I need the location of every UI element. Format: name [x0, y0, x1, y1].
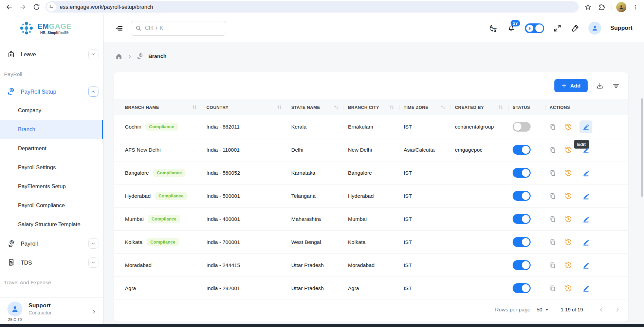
- browser-forward-icon[interactable]: [18, 3, 27, 12]
- edit-icon[interactable]: [579, 213, 592, 226]
- status-toggle[interactable]: [513, 191, 531, 201]
- copy-icon[interactable]: [548, 192, 557, 200]
- history-icon[interactable]: [564, 261, 573, 270]
- copy-icon[interactable]: [548, 238, 557, 247]
- compliance-badge: Compliance: [155, 192, 187, 200]
- site-info-icon[interactable]: [47, 2, 56, 12]
- column-header-branch-name[interactable]: BRANCH NAME: [125, 99, 202, 115]
- status-toggle[interactable]: [513, 122, 531, 132]
- copy-icon[interactable]: [548, 261, 557, 270]
- rows-per-page-select[interactable]: 50: [536, 307, 548, 313]
- copy-icon[interactable]: [548, 146, 557, 154]
- copy-icon[interactable]: [548, 215, 557, 224]
- state-cell: West Bengal: [287, 239, 344, 245]
- language-translate-icon[interactable]: A a: [489, 24, 498, 33]
- sidebar-item-payelements-setup[interactable]: PayElements Setup: [0, 177, 103, 196]
- history-icon[interactable]: [564, 238, 573, 247]
- column-header-country[interactable]: COUNTRY: [202, 99, 287, 115]
- sidebar-item-payroll[interactable]: $Payroll: [0, 234, 103, 253]
- chevron-down-icon[interactable]: [88, 257, 98, 268]
- history-icon[interactable]: [564, 215, 573, 224]
- header-user-avatar[interactable]: [588, 22, 601, 35]
- theme-brush-icon[interactable]: [571, 24, 579, 33]
- global-search[interactable]: [131, 21, 226, 36]
- chevron-down-icon[interactable]: [88, 49, 98, 59]
- sidebar-item-label: TDS: [21, 259, 83, 266]
- edit-icon[interactable]: [579, 282, 592, 295]
- column-label: CREATED BY: [455, 105, 484, 110]
- browser-menu-icon[interactable]: [631, 3, 640, 12]
- home-icon[interactable]: [115, 53, 123, 60]
- search-input[interactable]: [145, 25, 221, 31]
- sort-icon[interactable]: [277, 104, 282, 110]
- country-cell: India - 700001: [202, 239, 287, 245]
- copy-icon[interactable]: [548, 122, 557, 131]
- compliance-badge: Compliance: [148, 215, 180, 223]
- edit-icon[interactable]: [579, 259, 592, 272]
- copy-icon[interactable]: [548, 284, 557, 293]
- sidebar-item-branch[interactable]: Branch: [0, 120, 103, 139]
- browser-reload-icon[interactable]: [32, 3, 41, 12]
- status-toggle[interactable]: [513, 168, 531, 178]
- vertical-scrollbar[interactable]: [641, 98, 643, 197]
- status-toggle[interactable]: [513, 237, 531, 247]
- edit-icon[interactable]: [579, 120, 592, 133]
- sort-icon[interactable]: [440, 104, 446, 110]
- city-cell: Mumbai: [344, 216, 399, 222]
- bookmark-star-icon[interactable]: [584, 3, 592, 12]
- status-toggle[interactable]: [513, 145, 531, 155]
- history-icon[interactable]: [564, 146, 573, 154]
- edit-icon[interactable]: [579, 167, 592, 179]
- history-icon[interactable]: [564, 284, 573, 293]
- toggle-knob: [522, 192, 530, 200]
- browser-back-icon[interactable]: [5, 3, 14, 12]
- browser-profile-avatar[interactable]: [616, 2, 626, 12]
- payroll-setup-icon: $: [7, 87, 16, 96]
- page-next-icon[interactable]: [614, 306, 621, 313]
- download-icon[interactable]: [596, 82, 604, 90]
- page-previous-icon[interactable]: [598, 306, 605, 313]
- status-toggle[interactable]: [513, 283, 531, 293]
- sidebar-item-salary-structure-template[interactable]: Salary Structure Template: [0, 215, 103, 234]
- extensions-icon[interactable]: [597, 3, 606, 12]
- chevron-right-icon[interactable]: [91, 309, 97, 315]
- history-icon[interactable]: [564, 192, 573, 200]
- column-header-time-zone[interactable]: TIME ZONE: [399, 99, 450, 115]
- column-header-state-name[interactable]: STATE NAME: [287, 99, 344, 115]
- page-content: $ Branch Add: [104, 42, 644, 324]
- state-cell: Delhi: [287, 147, 344, 153]
- sort-icon[interactable]: [192, 104, 197, 110]
- sort-icon[interactable]: [389, 104, 394, 110]
- edit-icon[interactable]: [579, 236, 592, 249]
- sidebar-item-payroll-compliance[interactable]: Payroll Compliance: [0, 196, 103, 215]
- sidebar-item-payroll-setup[interactable]: $PayRoll Setup: [0, 82, 103, 101]
- copy-icon[interactable]: [548, 169, 557, 177]
- sidebar-user-card[interactable]: 25.C.70 Support Contractor: [7, 302, 97, 322]
- sidebar-item-tds[interactable]: TDS: [0, 253, 103, 272]
- column-header-branch-city[interactable]: BRANCH CITY: [344, 99, 399, 115]
- payroll-setup-breadcrumb-icon: $: [136, 53, 144, 60]
- notifications-bell-icon[interactable]: 27: [507, 24, 516, 33]
- history-icon[interactable]: [564, 122, 573, 131]
- sort-icon[interactable]: [498, 104, 503, 110]
- edit-icon[interactable]: [579, 190, 592, 203]
- sidebar-item-payroll-settings[interactable]: Payroll Settings: [0, 158, 103, 177]
- sidebar-item-department[interactable]: Department: [0, 139, 103, 158]
- sort-icon[interactable]: [333, 104, 339, 110]
- filter-icon[interactable]: [612, 82, 620, 90]
- history-icon[interactable]: [564, 169, 573, 177]
- fullscreen-icon[interactable]: [553, 24, 562, 32]
- status-toggle[interactable]: [513, 260, 531, 270]
- taskbar-edge: [0, 324, 644, 327]
- address-bar[interactable]: ess.emgage.work/payroll-setup/branch: [45, 1, 579, 13]
- sidebar-collapse-icon[interactable]: [115, 24, 123, 33]
- sidebar-item-leave[interactable]: Leave: [0, 45, 103, 64]
- chevron-up-icon[interactable]: [88, 86, 98, 97]
- add-button[interactable]: Add: [554, 79, 588, 92]
- sidebar-item-company[interactable]: Company: [0, 101, 103, 120]
- status-toggle[interactable]: [513, 214, 531, 224]
- table-row-mumbai: MumbaiComplianceIndia - 400001Maharashtr…: [114, 208, 628, 231]
- chevron-down-icon[interactable]: [88, 238, 98, 249]
- column-header-created-by[interactable]: CREATED BY: [450, 99, 508, 115]
- theme-toggle[interactable]: e: [525, 23, 544, 33]
